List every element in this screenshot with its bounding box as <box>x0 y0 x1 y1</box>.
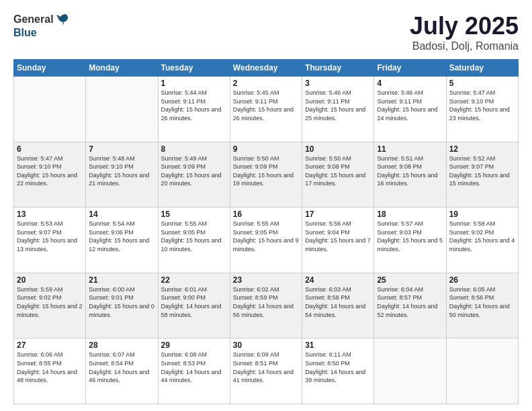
day-info: Sunrise: 6:11 AM Sunset: 8:50 PM Dayligh… <box>305 351 371 384</box>
day-info: Sunrise: 6:01 AM Sunset: 9:00 PM Dayligh… <box>161 285 227 319</box>
table-row: 27Sunrise: 6:06 AM Sunset: 8:55 PM Dayli… <box>14 338 86 404</box>
day-number: 3 <box>305 79 371 88</box>
day-number: 5 <box>449 79 515 88</box>
table-row: 29Sunrise: 6:08 AM Sunset: 8:53 PM Dayli… <box>158 338 230 404</box>
day-info: Sunrise: 5:57 AM Sunset: 9:03 PM Dayligh… <box>377 220 443 253</box>
table-row: 26Sunrise: 6:05 AM Sunset: 8:56 PM Dayli… <box>446 273 518 338</box>
table-row: 22Sunrise: 6:01 AM Sunset: 9:00 PM Dayli… <box>158 273 230 338</box>
day-info: Sunrise: 5:46 AM Sunset: 9:11 PM Dayligh… <box>377 89 443 122</box>
day-number: 25 <box>377 275 443 285</box>
day-number: 27 <box>17 340 83 350</box>
day-info: Sunrise: 5:50 AM Sunset: 9:09 PM Dayligh… <box>233 154 299 188</box>
table-row: 19Sunrise: 5:58 AM Sunset: 9:02 PM Dayli… <box>446 208 518 273</box>
table-row: 1Sunrise: 5:44 AM Sunset: 9:11 PM Daylig… <box>158 77 230 142</box>
day-info: Sunrise: 5:56 AM Sunset: 9:04 PM Dayligh… <box>305 220 371 253</box>
day-number: 16 <box>233 210 299 219</box>
table-row: 13Sunrise: 5:53 AM Sunset: 9:07 PM Dayli… <box>14 208 86 273</box>
day-info: Sunrise: 6:09 AM Sunset: 8:51 PM Dayligh… <box>233 351 299 384</box>
table-row: 3Sunrise: 5:46 AM Sunset: 9:11 PM Daylig… <box>302 77 374 142</box>
logo-blue: Blue <box>13 27 37 38</box>
day-info: Sunrise: 5:46 AM Sunset: 9:11 PM Dayligh… <box>305 89 371 122</box>
header-friday: Friday <box>374 60 446 77</box>
day-info: Sunrise: 5:51 AM Sunset: 9:08 PM Dayligh… <box>377 154 443 188</box>
weekday-header-row: Sunday Monday Tuesday Wednesday Thursday… <box>14 60 519 77</box>
header-sunday: Sunday <box>14 60 86 77</box>
day-info: Sunrise: 5:52 AM Sunset: 9:07 PM Dayligh… <box>449 154 515 188</box>
table-row: 23Sunrise: 6:02 AM Sunset: 8:59 PM Dayli… <box>230 273 302 338</box>
table-row: 8Sunrise: 5:49 AM Sunset: 9:09 PM Daylig… <box>158 142 230 208</box>
calendar-week-row: 20Sunrise: 5:59 AM Sunset: 9:02 PM Dayli… <box>14 273 519 338</box>
day-number: 1 <box>161 79 227 88</box>
day-info: Sunrise: 6:08 AM Sunset: 8:53 PM Dayligh… <box>161 351 227 384</box>
table-row: 20Sunrise: 5:59 AM Sunset: 9:02 PM Dayli… <box>14 273 86 338</box>
day-info: Sunrise: 6:04 AM Sunset: 8:57 PM Dayligh… <box>377 285 443 319</box>
day-info: Sunrise: 6:00 AM Sunset: 9:01 PM Dayligh… <box>89 285 154 319</box>
header-tuesday: Tuesday <box>158 60 230 77</box>
header-saturday: Saturday <box>446 60 518 77</box>
day-number: 13 <box>17 210 83 219</box>
table-row: 6Sunrise: 5:47 AM Sunset: 9:10 PM Daylig… <box>14 142 86 208</box>
logo-bird-icon <box>55 12 70 27</box>
day-number: 9 <box>233 144 299 154</box>
day-info: Sunrise: 6:03 AM Sunset: 8:58 PM Dayligh… <box>305 285 371 319</box>
day-number: 14 <box>89 210 154 219</box>
day-info: Sunrise: 5:59 AM Sunset: 9:02 PM Dayligh… <box>17 285 83 319</box>
day-info: Sunrise: 5:55 AM Sunset: 9:05 PM Dayligh… <box>161 220 227 253</box>
day-number: 28 <box>89 340 154 350</box>
page: General Blue July 2025 Badosi, Dolj, Rom… <box>0 0 532 411</box>
day-info: Sunrise: 5:49 AM Sunset: 9:09 PM Dayligh… <box>161 154 227 188</box>
day-number: 23 <box>233 275 299 285</box>
header-monday: Monday <box>86 60 158 77</box>
table-row <box>86 77 158 142</box>
day-info: Sunrise: 6:06 AM Sunset: 8:55 PM Dayligh… <box>17 351 83 384</box>
day-number: 17 <box>305 210 371 219</box>
day-number: 30 <box>233 340 299 350</box>
day-number: 29 <box>161 340 227 350</box>
table-row <box>14 77 86 142</box>
day-info: Sunrise: 5:45 AM Sunset: 9:11 PM Dayligh… <box>233 89 299 122</box>
logo-general: General <box>13 13 54 26</box>
day-number: 21 <box>89 275 154 285</box>
day-info: Sunrise: 6:02 AM Sunset: 8:59 PM Dayligh… <box>233 285 299 319</box>
month-title: July 2025 <box>410 12 519 40</box>
day-info: Sunrise: 5:48 AM Sunset: 9:10 PM Dayligh… <box>89 154 154 188</box>
day-number: 2 <box>233 79 299 88</box>
day-number: 26 <box>449 275 515 285</box>
day-info: Sunrise: 6:05 AM Sunset: 8:56 PM Dayligh… <box>449 285 515 319</box>
table-row: 11Sunrise: 5:51 AM Sunset: 9:08 PM Dayli… <box>374 142 446 208</box>
day-number: 20 <box>17 275 83 285</box>
table-row: 24Sunrise: 6:03 AM Sunset: 8:58 PM Dayli… <box>302 273 374 338</box>
logo-text-block: General Blue <box>13 12 70 39</box>
day-info: Sunrise: 5:44 AM Sunset: 9:11 PM Dayligh… <box>161 89 227 122</box>
table-row: 31Sunrise: 6:11 AM Sunset: 8:50 PM Dayli… <box>302 338 374 404</box>
day-number: 11 <box>377 144 443 154</box>
header-wednesday: Wednesday <box>230 60 302 77</box>
table-row: 28Sunrise: 6:07 AM Sunset: 8:54 PM Dayli… <box>86 338 158 404</box>
table-row: 5Sunrise: 5:47 AM Sunset: 9:10 PM Daylig… <box>446 77 518 142</box>
location: Badosi, Dolj, Romania <box>410 40 519 52</box>
table-row: 16Sunrise: 5:55 AM Sunset: 9:05 PM Dayli… <box>230 208 302 273</box>
table-row: 2Sunrise: 5:45 AM Sunset: 9:11 PM Daylig… <box>230 77 302 142</box>
table-row: 14Sunrise: 5:54 AM Sunset: 9:06 PM Dayli… <box>86 208 158 273</box>
table-row: 7Sunrise: 5:48 AM Sunset: 9:10 PM Daylig… <box>86 142 158 208</box>
day-info: Sunrise: 5:58 AM Sunset: 9:02 PM Dayligh… <box>449 220 515 253</box>
day-number: 15 <box>161 210 227 219</box>
table-row: 10Sunrise: 5:50 AM Sunset: 9:08 PM Dayli… <box>302 142 374 208</box>
day-number: 24 <box>305 275 371 285</box>
calendar-week-row: 13Sunrise: 5:53 AM Sunset: 9:07 PM Dayli… <box>14 208 519 273</box>
day-number: 12 <box>449 144 515 154</box>
table-row: 15Sunrise: 5:55 AM Sunset: 9:05 PM Dayli… <box>158 208 230 273</box>
day-number: 10 <box>305 144 371 154</box>
table-row <box>446 338 518 404</box>
day-info: Sunrise: 5:54 AM Sunset: 9:06 PM Dayligh… <box>89 220 154 253</box>
calendar-week-row: 27Sunrise: 6:06 AM Sunset: 8:55 PM Dayli… <box>14 338 519 404</box>
table-row <box>374 338 446 404</box>
day-info: Sunrise: 5:53 AM Sunset: 9:07 PM Dayligh… <box>17 220 83 253</box>
table-row: 21Sunrise: 6:00 AM Sunset: 9:01 PM Dayli… <box>86 273 158 338</box>
logo: General Blue <box>13 12 70 39</box>
day-number: 18 <box>377 210 443 219</box>
day-number: 4 <box>377 79 443 88</box>
day-number: 22 <box>161 275 227 285</box>
day-info: Sunrise: 6:07 AM Sunset: 8:54 PM Dayligh… <box>89 351 154 384</box>
table-row: 12Sunrise: 5:52 AM Sunset: 9:07 PM Dayli… <box>446 142 518 208</box>
